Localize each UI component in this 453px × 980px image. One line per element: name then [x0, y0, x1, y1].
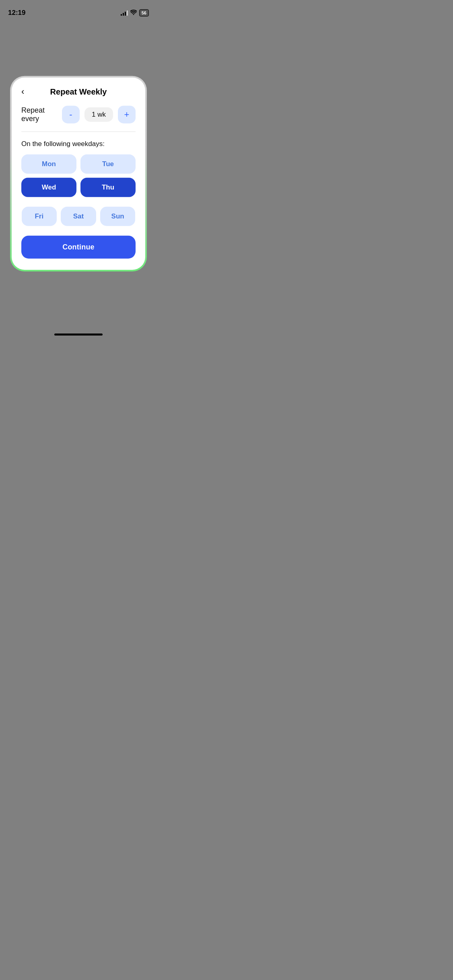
weekdays-heading: On the following weekdays:: [21, 140, 136, 148]
back-button[interactable]: ‹: [21, 87, 24, 96]
weekdays-row1: Mon Tue Wed Thu: [21, 154, 136, 197]
day-thu[interactable]: Thu: [80, 178, 136, 197]
signal-icon: [121, 10, 128, 16]
modal-title: Repeat Weekly: [50, 87, 107, 96]
day-sun[interactable]: Sun: [100, 207, 136, 226]
repeat-row: Repeat every - 1 wk +: [21, 106, 136, 124]
decrement-button[interactable]: -: [62, 106, 80, 124]
status-icons: 56: [121, 9, 149, 16]
day-sat[interactable]: Sat: [61, 207, 96, 226]
status-time: 12:19: [8, 9, 25, 17]
day-tue[interactable]: Tue: [80, 154, 136, 174]
modal-header: ‹ Repeat Weekly: [21, 87, 136, 96]
modal-card: ‹ Repeat Weekly Repeat every - 1 wk + On…: [12, 78, 145, 270]
repeat-label: Repeat every: [21, 106, 57, 123]
battery-icon: 56: [139, 9, 149, 16]
continue-button[interactable]: Continue: [21, 236, 136, 259]
status-bar: 12:19 56: [0, 0, 157, 20]
day-wed[interactable]: Wed: [21, 178, 76, 197]
modal-wrapper: ‹ Repeat Weekly Repeat every - 1 wk + On…: [10, 76, 147, 272]
week-value: 1 wk: [84, 107, 113, 122]
increment-button[interactable]: +: [118, 106, 136, 124]
divider: [21, 132, 136, 132]
home-indicator: [54, 334, 103, 336]
day-fri[interactable]: Fri: [22, 207, 57, 226]
wifi-icon: [130, 10, 137, 16]
modal-outer: ‹ Repeat Weekly Repeat every - 1 wk + On…: [10, 76, 147, 272]
day-mon[interactable]: Mon: [21, 154, 76, 174]
weekdays-row2: Fri Sat Sun: [21, 207, 136, 226]
